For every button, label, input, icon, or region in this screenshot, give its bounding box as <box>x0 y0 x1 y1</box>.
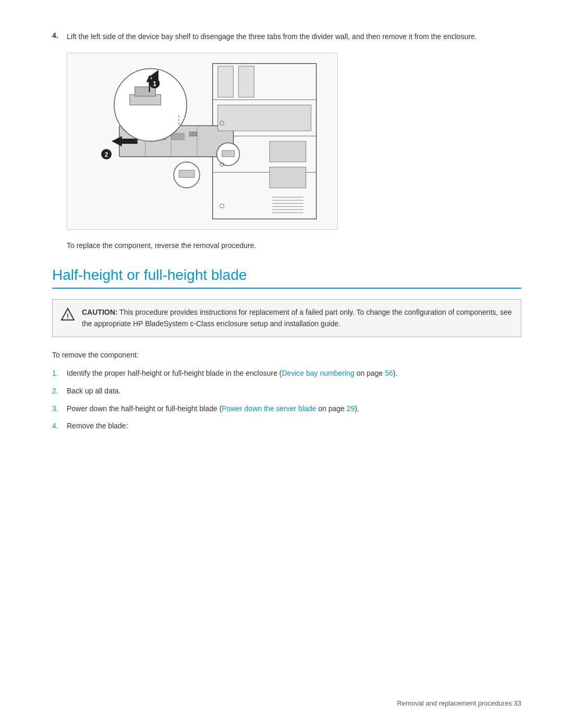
page-29-link[interactable]: 29 <box>347 404 355 413</box>
step-1-text-after: ). <box>393 369 398 377</box>
list-item-4: 4. Remove the blade: <box>52 421 521 432</box>
svg-rect-25 <box>179 170 194 178</box>
svg-rect-11 <box>189 132 197 136</box>
step-1-text-middle: on page <box>354 369 385 377</box>
step-3-number: 3. <box>52 403 67 415</box>
step-3-text-before: Power down the half-height or full-heigh… <box>67 404 222 413</box>
caution-text: CAUTION: This procedure provides instruc… <box>82 307 512 329</box>
procedure-diagram: 1 2 <box>67 53 338 230</box>
caution-label: CAUTION: <box>82 308 117 316</box>
step-4-num: 4. <box>52 421 67 432</box>
caution-icon: ! <box>61 307 75 321</box>
svg-text:2: 2 <box>105 151 108 158</box>
svg-rect-31 <box>270 141 306 162</box>
step-3-content: Power down the half-height or full-heigh… <box>67 403 521 415</box>
power-down-link[interactable]: Power down the server blade <box>222 404 316 413</box>
step-4-intro: 4. Lift the left side of the device bay … <box>52 31 521 42</box>
step-3-text-middle: on page <box>316 404 347 413</box>
step-1-text-before: Identify the proper half-height or full-… <box>67 369 282 377</box>
device-bay-numbering-link[interactable]: Device bay numbering <box>282 369 354 377</box>
replace-note: To replace the component, reverse the re… <box>67 240 521 251</box>
section-heading: Half-height or full-height blade <box>52 267 521 289</box>
caution-body: This procedure provides instructions for… <box>82 308 512 328</box>
to-remove-label: To remove the component: <box>52 350 521 361</box>
svg-text:!: ! <box>67 312 69 320</box>
step-4-text: Lift the left side of the device bay she… <box>67 31 521 42</box>
svg-rect-30 <box>218 105 311 131</box>
list-item-2: 2. Back up all data. <box>52 386 521 397</box>
list-item-1: 1. Identify the proper half-height or fu… <box>52 368 521 379</box>
step-2-number: 2. <box>52 386 67 397</box>
step-4-content: Remove the blade: <box>67 421 521 432</box>
svg-rect-28 <box>218 66 234 97</box>
svg-rect-29 <box>239 66 254 97</box>
svg-rect-27 <box>222 151 235 157</box>
page-56-link[interactable]: 56 <box>385 369 393 377</box>
svg-text:1: 1 <box>153 80 156 88</box>
list-item-3: 3. Power down the half-height or full-he… <box>52 403 521 415</box>
svg-rect-32 <box>270 167 306 188</box>
footer: Removal and replacement procedures 33 <box>397 699 521 707</box>
svg-rect-13 <box>122 139 138 144</box>
caution-box: ! CAUTION: This procedure provides instr… <box>52 299 521 337</box>
step-3-text-after: ). <box>355 404 360 413</box>
step-4-number: 4. <box>52 31 67 42</box>
svg-rect-10 <box>171 133 184 140</box>
step-2-content: Back up all data. <box>67 386 521 397</box>
svg-rect-16 <box>135 87 156 96</box>
steps-list: 1. Identify the proper half-height or fu… <box>52 368 521 432</box>
footer-text: Removal and replacement procedures 33 <box>397 699 521 707</box>
step-1-number: 1. <box>52 368 67 379</box>
step-1-content: Identify the proper half-height or full-… <box>67 368 521 379</box>
